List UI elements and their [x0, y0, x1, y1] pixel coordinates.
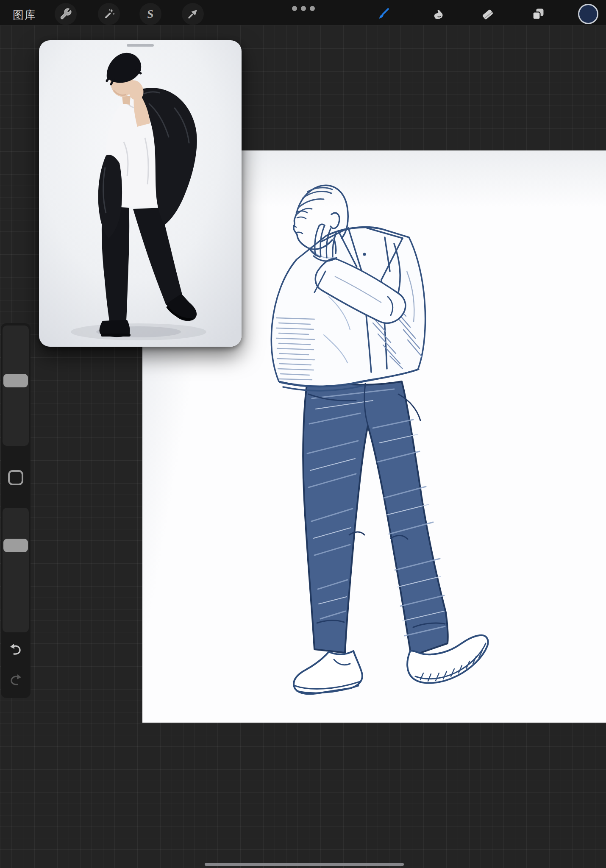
reference-drag-handle[interactable]	[127, 44, 154, 47]
selection-button[interactable]: S	[139, 3, 161, 25]
ellipsis-dot	[292, 6, 297, 11]
opacity-handle[interactable]	[3, 539, 28, 552]
paint-brush-icon	[376, 7, 391, 21]
transform-arrow-icon	[186, 8, 199, 20]
selection-s-icon: S	[147, 7, 154, 21]
undo-icon	[8, 642, 23, 657]
reference-photo-window[interactable]	[39, 40, 242, 347]
redo-button[interactable]	[8, 673, 23, 688]
brush-tool-button[interactable]	[372, 3, 395, 25]
procreate-app: 图库 S	[0, 0, 606, 868]
brush-size-slider[interactable]	[3, 326, 29, 446]
top-toolbar: 图库 S	[0, 0, 606, 25]
layers-button[interactable]	[527, 3, 549, 25]
ellipsis-dot	[301, 6, 306, 11]
home-indicator[interactable]	[205, 863, 404, 866]
reference-photo	[39, 40, 242, 347]
opacity-slider[interactable]	[3, 508, 29, 632]
magic-wand-icon	[103, 8, 115, 20]
eraser-tool-button[interactable]	[476, 3, 498, 25]
smudge-tool-button[interactable]	[428, 3, 450, 25]
adjustments-button[interactable]	[98, 3, 120, 25]
smudge-finger-icon	[431, 7, 446, 21]
color-button[interactable]	[577, 3, 599, 25]
gallery-button[interactable]: 图库	[13, 8, 36, 22]
layers-icon	[531, 7, 545, 21]
overflow-menu-button[interactable]	[292, 6, 315, 11]
transform-button[interactable]	[182, 3, 204, 25]
brush-size-handle[interactable]	[3, 374, 28, 387]
modify-button[interactable]	[8, 470, 23, 485]
eraser-icon	[480, 7, 495, 21]
active-color-swatch	[578, 4, 598, 24]
actions-button[interactable]	[55, 3, 77, 25]
workspace-background	[0, 25, 606, 868]
sidebar-panel	[1, 323, 31, 698]
redo-icon	[8, 673, 23, 688]
undo-button[interactable]	[8, 642, 23, 657]
ellipsis-dot	[310, 6, 315, 11]
wrench-icon	[59, 8, 72, 20]
